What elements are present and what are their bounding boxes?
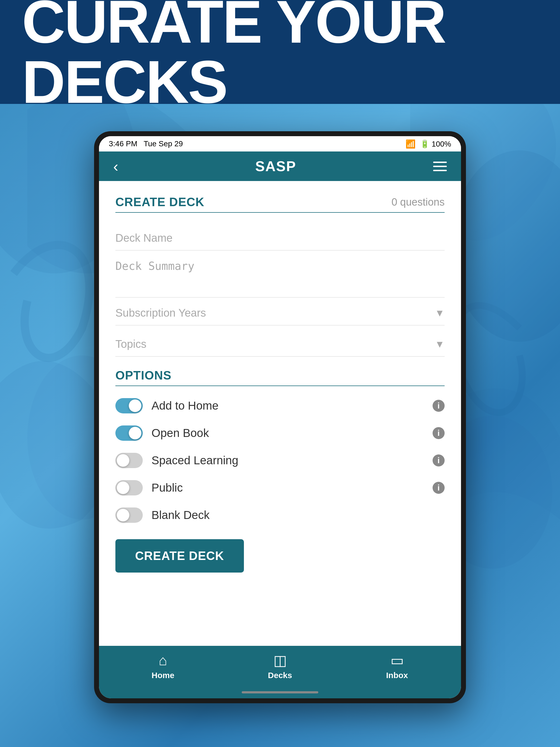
inbox-tab-label: Inbox xyxy=(386,671,408,680)
status-bar: 3:46 PM Tue Sep 29 📶 🔋 100% xyxy=(99,136,461,152)
wifi-icon: 📶 xyxy=(406,139,416,149)
subscription-years-label: Subscription Years xyxy=(116,307,206,319)
menu-button[interactable] xyxy=(433,162,447,171)
tab-decks[interactable]: ◫ Decks xyxy=(222,652,338,680)
app-title: SASP xyxy=(255,158,297,175)
blank-deck-label: Blank Deck xyxy=(152,509,444,522)
public-info-icon[interactable]: i xyxy=(433,482,444,494)
add-to-home-knob xyxy=(129,400,142,412)
app-navbar: ‹ SASP xyxy=(99,152,461,181)
subscription-years-dropdown[interactable]: Subscription Years ▼ xyxy=(116,301,444,325)
topics-label: Topics xyxy=(116,338,146,350)
toggle-row-spaced-learning: Spaced Learning i xyxy=(116,453,444,468)
battery-icon: 🔋 100% xyxy=(420,139,451,149)
open-book-label: Open Book xyxy=(152,427,424,440)
header-banner: CURATE YOUR DECKS xyxy=(0,0,560,104)
menu-line-3 xyxy=(433,170,447,171)
phone-screen: 3:46 PM Tue Sep 29 📶 🔋 100% ‹ SASP xyxy=(99,136,461,698)
home-tab-icon: ⌂ xyxy=(159,652,167,669)
header-title: CURATE YOUR DECKS xyxy=(22,0,538,112)
tab-bar: ⌂ Home ◫ Decks ▭ Inbox xyxy=(99,646,461,686)
topics-dropdown[interactable]: Topics ▼ xyxy=(116,332,444,357)
scroll-bar xyxy=(242,691,318,693)
toggle-row-open-book: Open Book i xyxy=(116,426,444,441)
create-deck-title: CREATE DECK xyxy=(116,195,205,209)
options-section: OPTIONS Add to Home i xyxy=(116,368,444,523)
blank-deck-knob xyxy=(117,509,129,521)
home-tab-label: Home xyxy=(152,671,174,680)
spaced-learning-knob xyxy=(117,454,129,467)
create-deck-button[interactable]: CREATE DECK xyxy=(116,539,244,572)
spaced-learning-label: Spaced Learning xyxy=(152,454,424,467)
public-toggle[interactable] xyxy=(116,480,143,495)
status-date: Tue Sep 29 xyxy=(144,139,183,148)
topics-arrow: ▼ xyxy=(435,338,444,350)
decks-tab-icon: ◫ xyxy=(274,652,287,669)
inbox-tab-icon: ▭ xyxy=(390,652,404,669)
public-knob xyxy=(117,482,129,494)
create-deck-header: CREATE DECK 0 questions xyxy=(116,195,444,209)
scroll-indicator xyxy=(99,686,461,698)
spaced-learning-info-icon[interactable]: i xyxy=(433,455,444,466)
menu-line-1 xyxy=(433,162,447,163)
open-book-knob xyxy=(129,427,142,439)
add-to-home-toggle[interactable] xyxy=(116,398,143,413)
subscription-years-arrow: ▼ xyxy=(435,307,444,319)
phone-mockup: 3:46 PM Tue Sep 29 📶 🔋 100% ‹ SASP xyxy=(94,131,466,703)
deck-name-input[interactable] xyxy=(116,226,444,251)
status-right: 📶 🔋 100% xyxy=(406,139,451,149)
add-to-home-info-icon[interactable]: i xyxy=(433,400,444,412)
toggle-row-blank-deck: Blank Deck xyxy=(116,508,444,523)
toggle-row-add-to-home: Add to Home i xyxy=(116,398,444,413)
phone-frame: 3:46 PM Tue Sep 29 📶 🔋 100% ‹ SASP xyxy=(94,131,466,703)
back-button[interactable]: ‹ xyxy=(113,157,119,175)
open-book-toggle[interactable] xyxy=(116,426,143,441)
status-time-date: 3:46 PM Tue Sep 29 xyxy=(109,139,183,148)
spaced-learning-toggle[interactable] xyxy=(116,453,143,468)
deck-summary-input[interactable] xyxy=(116,254,444,298)
menu-line-2 xyxy=(433,166,447,167)
add-to-home-label: Add to Home xyxy=(152,399,424,412)
open-book-info-icon[interactable]: i xyxy=(433,427,444,439)
tab-home[interactable]: ⌂ Home xyxy=(104,652,222,680)
blank-deck-toggle[interactable] xyxy=(116,508,143,523)
main-content: CREATE DECK 0 questions Subscription Yea… xyxy=(99,181,461,646)
question-count: 0 questions xyxy=(391,196,444,208)
public-label: Public xyxy=(152,481,424,494)
create-deck-divider xyxy=(116,212,444,213)
status-time: 3:46 PM xyxy=(109,139,137,148)
tab-inbox[interactable]: ▭ Inbox xyxy=(338,652,456,680)
toggle-row-public: Public i xyxy=(116,480,444,495)
decks-tab-label: Decks xyxy=(268,671,292,680)
options-title: OPTIONS xyxy=(116,368,444,382)
options-divider xyxy=(116,386,444,386)
